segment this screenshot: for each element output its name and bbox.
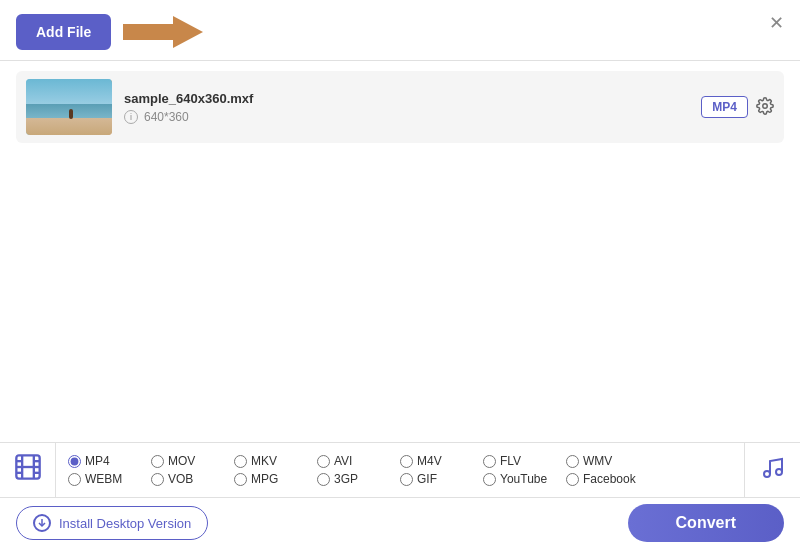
format-label-mp4: MP4 bbox=[85, 454, 110, 468]
download-arrow-icon bbox=[37, 518, 47, 528]
music-icon bbox=[761, 456, 785, 485]
format-radio-webm[interactable] bbox=[68, 473, 81, 486]
format-label-m4v: M4V bbox=[417, 454, 442, 468]
format-option-vob[interactable]: VOB bbox=[151, 472, 234, 486]
close-button[interactable]: ✕ bbox=[769, 14, 784, 32]
install-desktop-button[interactable]: Install Desktop Version bbox=[16, 506, 208, 540]
format-options: MP4 MOV MKV AVI M4V FLV WMV W bbox=[56, 446, 744, 494]
format-radio-mpg[interactable] bbox=[234, 473, 247, 486]
format-label-vob: VOB bbox=[168, 472, 193, 486]
format-option-m4v[interactable]: M4V bbox=[400, 454, 483, 468]
format-radio-gif[interactable] bbox=[400, 473, 413, 486]
format-label-mpg: MPG bbox=[251, 472, 278, 486]
info-icon: i bbox=[124, 110, 138, 124]
format-option-mp4[interactable]: MP4 bbox=[68, 454, 151, 468]
svg-marker-0 bbox=[123, 16, 203, 48]
format-option-mov[interactable]: MOV bbox=[151, 454, 234, 468]
format-label-mkv: MKV bbox=[251, 454, 277, 468]
gear-button[interactable] bbox=[756, 97, 774, 118]
thumb-figure bbox=[69, 109, 73, 119]
file-thumbnail bbox=[26, 79, 112, 135]
format-label-webm: WEBM bbox=[85, 472, 122, 486]
format-label-facebook: Facebook bbox=[583, 472, 636, 486]
format-label-avi: AVI bbox=[334, 454, 352, 468]
format-label-flv: FLV bbox=[500, 454, 521, 468]
thumbnail-inner bbox=[26, 79, 112, 135]
format-label-wmv: WMV bbox=[583, 454, 612, 468]
svg-point-11 bbox=[776, 469, 782, 475]
format-option-flv[interactable]: FLV bbox=[483, 454, 566, 468]
format-option-3gp[interactable]: 3GP bbox=[317, 472, 400, 486]
film-icon bbox=[14, 453, 42, 487]
file-actions: MP4 bbox=[701, 96, 774, 118]
file-list: sample_640x360.mxf i 640*360 MP4 bbox=[0, 61, 800, 153]
file-info: sample_640x360.mxf i 640*360 bbox=[124, 91, 689, 124]
header: Add File ✕ bbox=[0, 0, 800, 61]
format-radio-3gp[interactable] bbox=[317, 473, 330, 486]
format-radio-m4v[interactable] bbox=[400, 455, 413, 468]
format-bar: MP4 MOV MKV AVI M4V FLV WMV W bbox=[0, 442, 800, 498]
format-option-gif[interactable]: GIF bbox=[400, 472, 483, 486]
format-radio-mp4[interactable] bbox=[68, 455, 81, 468]
music-icon-area[interactable] bbox=[744, 443, 800, 497]
format-radio-wmv[interactable] bbox=[566, 455, 579, 468]
convert-button[interactable]: Convert bbox=[628, 504, 784, 542]
format-icon-area bbox=[0, 443, 56, 497]
format-radio-mkv[interactable] bbox=[234, 455, 247, 468]
format-label-mov: MOV bbox=[168, 454, 195, 468]
format-radio-youtube[interactable] bbox=[483, 473, 496, 486]
thumb-sand bbox=[26, 118, 112, 135]
format-radio-mov[interactable] bbox=[151, 455, 164, 468]
format-option-youtube[interactable]: YouTube bbox=[483, 472, 566, 486]
format-radio-vob[interactable] bbox=[151, 473, 164, 486]
format-radio-flv[interactable] bbox=[483, 455, 496, 468]
format-option-webm[interactable]: WEBM bbox=[68, 472, 151, 486]
file-item: sample_640x360.mxf i 640*360 MP4 bbox=[16, 71, 784, 143]
install-label: Install Desktop Version bbox=[59, 516, 191, 531]
format-badge-button[interactable]: MP4 bbox=[701, 96, 748, 118]
svg-point-1 bbox=[763, 103, 768, 108]
format-radio-avi[interactable] bbox=[317, 455, 330, 468]
format-label-gif: GIF bbox=[417, 472, 437, 486]
format-label-youtube: YouTube bbox=[500, 472, 547, 486]
format-option-avi[interactable]: AVI bbox=[317, 454, 400, 468]
add-file-button[interactable]: Add File bbox=[16, 14, 111, 50]
gear-icon bbox=[756, 97, 774, 115]
download-circle-icon bbox=[33, 514, 51, 532]
arrow-right-icon bbox=[123, 14, 203, 50]
format-radio-facebook[interactable] bbox=[566, 473, 579, 486]
file-name: sample_640x360.mxf bbox=[124, 91, 689, 106]
file-resolution: 640*360 bbox=[144, 110, 189, 124]
format-option-mpg[interactable]: MPG bbox=[234, 472, 317, 486]
arrow-icon bbox=[123, 14, 203, 50]
format-option-facebook[interactable]: Facebook bbox=[566, 472, 649, 486]
format-option-mkv[interactable]: MKV bbox=[234, 454, 317, 468]
format-option-wmv[interactable]: WMV bbox=[566, 454, 649, 468]
format-label-3gp: 3GP bbox=[334, 472, 358, 486]
svg-point-10 bbox=[764, 471, 770, 477]
file-meta: i 640*360 bbox=[124, 110, 689, 124]
bottom-bar: Install Desktop Version Convert bbox=[0, 498, 800, 548]
